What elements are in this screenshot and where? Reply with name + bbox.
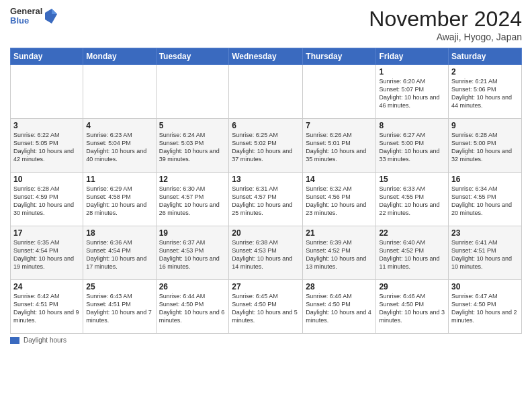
calendar-cell: 3Sunrise: 6:22 AM Sunset: 5:05 PM Daylig…	[11, 119, 83, 173]
calendar-cell	[11, 65, 83, 119]
calendar-cell: 30Sunrise: 6:47 AM Sunset: 4:50 PM Dayli…	[449, 280, 522, 334]
day-info: Sunrise: 6:25 AM Sunset: 5:02 PM Dayligh…	[232, 131, 300, 164]
day-number: 30	[451, 282, 519, 291]
day-number: 2	[451, 67, 519, 77]
weekday-header-wednesday: Wednesday	[229, 48, 303, 65]
logo-general: General	[10, 7, 42, 16]
calendar-cell: 12Sunrise: 6:30 AM Sunset: 4:57 PM Dayli…	[156, 173, 229, 226]
weekday-header-monday: Monday	[83, 48, 156, 65]
day-info: Sunrise: 6:42 AM Sunset: 4:51 PM Dayligh…	[13, 292, 80, 325]
day-info: Sunrise: 6:26 AM Sunset: 5:01 PM Dayligh…	[306, 131, 373, 164]
calendar-cell: 27Sunrise: 6:45 AM Sunset: 4:50 PM Dayli…	[229, 280, 303, 334]
day-number: 10	[13, 175, 80, 184]
logo-icon	[45, 9, 57, 24]
day-number: 1	[379, 67, 445, 77]
calendar-cell: 21Sunrise: 6:39 AM Sunset: 4:52 PM Dayli…	[303, 226, 376, 280]
day-info: Sunrise: 6:47 AM Sunset: 4:50 PM Dayligh…	[451, 292, 519, 325]
day-number: 12	[159, 175, 226, 184]
day-info: Sunrise: 6:35 AM Sunset: 4:54 PM Dayligh…	[13, 238, 80, 271]
day-info: Sunrise: 6:29 AM Sunset: 4:58 PM Dayligh…	[86, 185, 152, 218]
day-info: Sunrise: 6:24 AM Sunset: 5:03 PM Dayligh…	[159, 131, 226, 164]
day-number: 27	[232, 282, 300, 291]
day-info: Sunrise: 6:46 AM Sunset: 4:50 PM Dayligh…	[379, 292, 445, 325]
day-number: 29	[379, 282, 445, 291]
calendar-week-5: 24Sunrise: 6:42 AM Sunset: 4:51 PM Dayli…	[11, 280, 522, 334]
calendar-cell: 15Sunrise: 6:33 AM Sunset: 4:55 PM Dayli…	[376, 173, 449, 226]
weekday-header-thursday: Thursday	[303, 48, 376, 65]
calendar-cell: 13Sunrise: 6:31 AM Sunset: 4:57 PM Dayli…	[229, 173, 303, 226]
calendar-cell	[83, 65, 156, 119]
day-number: 24	[13, 282, 80, 291]
calendar-cell: 18Sunrise: 6:36 AM Sunset: 4:54 PM Dayli…	[83, 226, 156, 280]
svg-marker-1	[52, 9, 57, 14]
calendar-cell: 7Sunrise: 6:26 AM Sunset: 5:01 PM Daylig…	[303, 119, 376, 173]
day-number: 7	[306, 121, 373, 130]
day-info: Sunrise: 6:21 AM Sunset: 5:06 PM Dayligh…	[451, 77, 519, 110]
day-number: 9	[451, 121, 519, 130]
day-info: Sunrise: 6:20 AM Sunset: 5:07 PM Dayligh…	[379, 77, 445, 110]
footer: Daylight hours	[10, 336, 522, 344]
day-number: 15	[379, 175, 445, 184]
month-title: November 2024	[369, 7, 522, 32]
day-info: Sunrise: 6:44 AM Sunset: 4:50 PM Dayligh…	[159, 292, 226, 325]
day-info: Sunrise: 6:46 AM Sunset: 4:50 PM Dayligh…	[306, 292, 373, 325]
day-number: 6	[232, 121, 300, 130]
day-info: Sunrise: 6:23 AM Sunset: 5:04 PM Dayligh…	[86, 131, 152, 164]
day-number: 5	[159, 121, 226, 130]
calendar-cell: 20Sunrise: 6:38 AM Sunset: 4:53 PM Dayli…	[229, 226, 303, 280]
calendar-table: SundayMondayTuesdayWednesdayThursdayFrid…	[10, 48, 522, 334]
day-number: 25	[86, 282, 152, 291]
calendar-cell: 28Sunrise: 6:46 AM Sunset: 4:50 PM Dayli…	[303, 280, 376, 334]
day-number: 21	[306, 228, 373, 238]
calendar-cell: 24Sunrise: 6:42 AM Sunset: 4:51 PM Dayli…	[11, 280, 83, 334]
day-number: 4	[86, 121, 152, 130]
day-number: 26	[159, 282, 226, 291]
day-number: 14	[306, 175, 373, 184]
day-info: Sunrise: 6:45 AM Sunset: 4:50 PM Dayligh…	[232, 292, 300, 325]
calendar-cell: 1Sunrise: 6:20 AM Sunset: 5:07 PM Daylig…	[376, 65, 449, 119]
day-number: 19	[159, 228, 226, 238]
calendar-cell: 29Sunrise: 6:46 AM Sunset: 4:50 PM Dayli…	[376, 280, 449, 334]
calendar-cell: 11Sunrise: 6:29 AM Sunset: 4:58 PM Dayli…	[83, 173, 156, 226]
day-info: Sunrise: 6:31 AM Sunset: 4:57 PM Dayligh…	[232, 185, 300, 218]
day-number: 18	[86, 228, 152, 238]
day-info: Sunrise: 6:32 AM Sunset: 4:56 PM Dayligh…	[306, 185, 373, 218]
calendar-cell: 17Sunrise: 6:35 AM Sunset: 4:54 PM Dayli…	[11, 226, 83, 280]
day-number: 22	[379, 228, 445, 238]
logo: General Blue	[10, 7, 57, 26]
calendar-cell: 2Sunrise: 6:21 AM Sunset: 5:06 PM Daylig…	[449, 65, 522, 119]
svg-marker-0	[45, 9, 57, 24]
logo-blue: Blue	[10, 16, 42, 26]
calendar-week-1: 1Sunrise: 6:20 AM Sunset: 5:07 PM Daylig…	[11, 65, 522, 119]
day-number: 17	[13, 228, 80, 238]
day-info: Sunrise: 6:27 AM Sunset: 5:00 PM Dayligh…	[379, 131, 445, 164]
day-info: Sunrise: 6:38 AM Sunset: 4:53 PM Dayligh…	[232, 238, 300, 271]
weekday-header-friday: Friday	[376, 48, 449, 65]
weekday-header-saturday: Saturday	[449, 48, 522, 65]
title-block: November 2024 Awaji, Hyogo, Japan	[369, 7, 522, 42]
weekday-header-row: SundayMondayTuesdayWednesdayThursdayFrid…	[11, 48, 522, 65]
day-number: 13	[232, 175, 300, 184]
calendar-cell: 14Sunrise: 6:32 AM Sunset: 4:56 PM Dayli…	[303, 173, 376, 226]
day-info: Sunrise: 6:41 AM Sunset: 4:51 PM Dayligh…	[451, 238, 519, 271]
day-info: Sunrise: 6:28 AM Sunset: 4:59 PM Dayligh…	[13, 185, 80, 218]
logo-text: General Blue	[10, 7, 42, 26]
day-number: 8	[379, 121, 445, 130]
day-info: Sunrise: 6:43 AM Sunset: 4:51 PM Dayligh…	[86, 292, 152, 325]
calendar-cell: 9Sunrise: 6:28 AM Sunset: 5:00 PM Daylig…	[449, 119, 522, 173]
legend-label: Daylight hours	[24, 336, 66, 344]
calendar-cell: 6Sunrise: 6:25 AM Sunset: 5:02 PM Daylig…	[229, 119, 303, 173]
calendar-week-2: 3Sunrise: 6:22 AM Sunset: 5:05 PM Daylig…	[11, 119, 522, 173]
calendar-cell: 19Sunrise: 6:37 AM Sunset: 4:53 PM Dayli…	[156, 226, 229, 280]
calendar-week-3: 10Sunrise: 6:28 AM Sunset: 4:59 PM Dayli…	[11, 173, 522, 226]
calendar-cell: 10Sunrise: 6:28 AM Sunset: 4:59 PM Dayli…	[11, 173, 83, 226]
calendar-cell: 25Sunrise: 6:43 AM Sunset: 4:51 PM Dayli…	[83, 280, 156, 334]
calendar-cell: 5Sunrise: 6:24 AM Sunset: 5:03 PM Daylig…	[156, 119, 229, 173]
calendar-cell	[229, 65, 303, 119]
calendar-cell: 4Sunrise: 6:23 AM Sunset: 5:04 PM Daylig…	[83, 119, 156, 173]
day-number: 16	[451, 175, 519, 184]
day-number: 3	[13, 121, 80, 130]
day-number: 20	[232, 228, 300, 238]
calendar-cell: 22Sunrise: 6:40 AM Sunset: 4:52 PM Dayli…	[376, 226, 449, 280]
day-info: Sunrise: 6:39 AM Sunset: 4:52 PM Dayligh…	[306, 238, 373, 271]
